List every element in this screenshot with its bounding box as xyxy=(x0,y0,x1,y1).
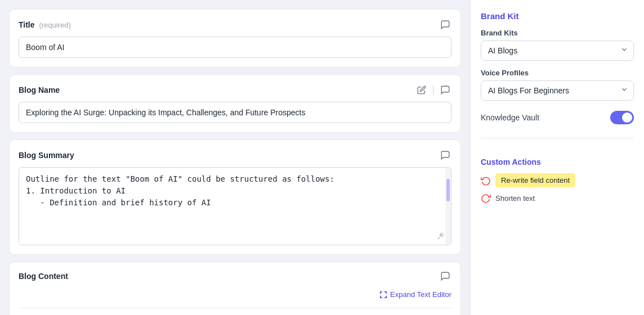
chat-icon-2 xyxy=(440,85,450,95)
chat-icon xyxy=(440,20,450,30)
rewrite-icon xyxy=(481,176,491,186)
blog-content-card-actions xyxy=(439,270,451,282)
blog-name-card: Blog Name xyxy=(9,74,461,133)
brand-kits-select-wrapper: AI Blogs Tech Blogs Default xyxy=(481,40,634,61)
expand-icon xyxy=(379,291,387,299)
blog-summary-card-actions xyxy=(439,149,451,161)
custom-actions-title: Custom Actions xyxy=(481,158,634,166)
brand-kits-label: Brand Kits xyxy=(481,29,634,37)
required-badge: (required) xyxy=(39,21,70,29)
knowledge-vault-toggle[interactable] xyxy=(610,111,634,124)
sidebar-divider xyxy=(481,138,634,138)
rewrite-action-btn[interactable]: Re-write field content xyxy=(495,173,575,187)
blog-summary-textarea[interactable]: Outline for the text "Boom of AI" could … xyxy=(19,168,451,226)
scrollbar xyxy=(445,168,451,245)
expand-editor-row: Expand Text Editor xyxy=(19,288,451,302)
blog-summary-chat-btn[interactable] xyxy=(439,149,451,161)
blog-content-label: Blog Content xyxy=(19,272,68,281)
chat-icon-4 xyxy=(440,271,450,281)
title-card: Title (required) xyxy=(9,9,461,68)
edit-icon xyxy=(417,86,426,94)
title-card-actions xyxy=(439,19,451,31)
brand-kits-select[interactable]: AI Blogs Tech Blogs Default xyxy=(481,40,634,61)
summary-bottom-action xyxy=(19,228,451,245)
blog-content-chat-btn[interactable] xyxy=(439,270,451,282)
chat-icon-3 xyxy=(440,150,450,160)
svg-line-0 xyxy=(438,237,440,239)
blog-name-card-actions xyxy=(416,84,451,96)
custom-actions-section: Custom Actions Re-write field content Sh… xyxy=(481,158,634,209)
blog-name-card-header: Blog Name xyxy=(19,84,451,96)
shorten-action-item: Shorten text xyxy=(481,193,634,203)
title-input[interactable] xyxy=(19,37,451,58)
shorten-icon xyxy=(481,193,491,203)
blog-name-edit-btn[interactable] xyxy=(416,84,427,96)
blog-name-label: Blog Name xyxy=(19,86,60,94)
title-label: Title (required) xyxy=(19,20,71,29)
scroll-thumb xyxy=(446,179,450,201)
blog-name-divider xyxy=(433,85,433,95)
editor-toolbar: I H xyxy=(19,308,451,315)
sidebar: Brand Kit Brand Kits AI Blogs Tech Blogs… xyxy=(470,0,644,315)
expand-text-editor-btn[interactable]: Expand Text Editor xyxy=(379,290,451,299)
blog-content-card: Blog Content Expand Text Editor xyxy=(9,262,461,315)
blog-name-chat-btn[interactable] xyxy=(439,84,451,96)
blog-name-input[interactable] xyxy=(19,102,451,123)
knowledge-vault-label: Knowledge Vault xyxy=(481,113,539,122)
title-card-header: Title (required) xyxy=(19,19,451,31)
blog-summary-card-header: Blog Summary xyxy=(19,149,451,161)
blog-summary-card: Blog Summary Outline for the text "Boom … xyxy=(9,140,461,255)
voice-profiles-select[interactable]: AI Blogs For Beginners Expert Casual xyxy=(481,80,634,101)
blog-summary-textarea-wrapper: Outline for the text "Boom of AI" could … xyxy=(19,167,451,245)
brand-kit-title: Brand Kit xyxy=(481,11,634,21)
voice-profiles-label: Voice Profiles xyxy=(481,69,634,77)
shorten-action-text: Shorten text xyxy=(495,194,535,202)
title-chat-icon-btn[interactable] xyxy=(439,19,451,31)
shorten-action-icon xyxy=(481,193,491,203)
magic-wand-icon xyxy=(437,232,445,240)
knowledge-vault-row: Knowledge Vault xyxy=(481,109,634,124)
voice-profiles-select-wrapper: AI Blogs For Beginners Expert Casual xyxy=(481,80,634,101)
brand-kit-section: Brand Kit Brand Kits AI Blogs Tech Blogs… xyxy=(481,11,634,124)
rewrite-action-icon xyxy=(481,176,491,186)
blog-summary-label: Blog Summary xyxy=(19,151,74,160)
blog-content-card-header: Blog Content xyxy=(19,270,451,282)
rewrite-action-item: Re-write field content xyxy=(481,173,634,187)
